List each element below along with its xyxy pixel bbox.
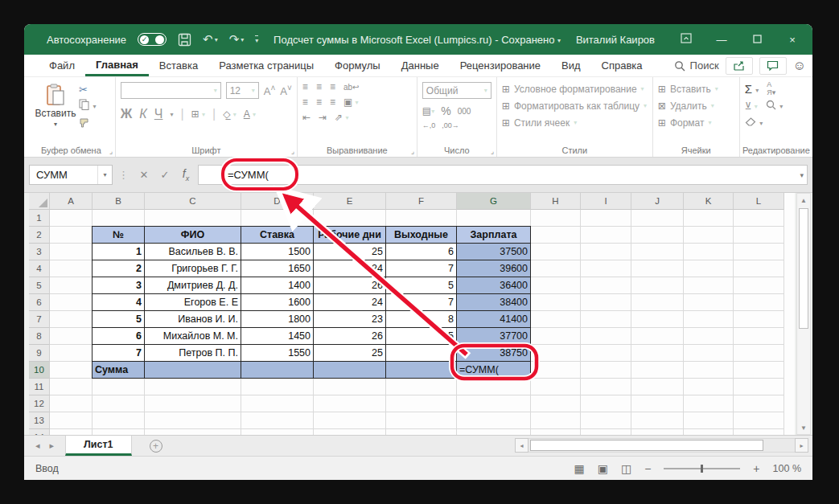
cell-C8[interactable]: Михайлов М. М. <box>144 327 241 345</box>
cell-D14[interactable] <box>241 429 314 435</box>
cell-B13[interactable] <box>93 412 145 429</box>
cell-F6[interactable]: 7 <box>385 293 457 311</box>
cell-D12[interactable] <box>241 395 314 412</box>
row-header-11[interactable]: 11 <box>29 379 50 395</box>
cell-G4[interactable]: 39600 <box>456 260 531 277</box>
cell-G12[interactable] <box>457 395 531 412</box>
tab-данные[interactable]: Данные <box>391 55 450 76</box>
row-header-3[interactable]: 3 <box>29 244 50 260</box>
cell-C3[interactable]: Васильев В. В. <box>144 243 241 260</box>
paste-button[interactable]: Вставить ▾ <box>32 80 79 131</box>
find-select-button[interactable]: ▾ <box>766 99 783 113</box>
row-header-1[interactable]: 1 <box>29 210 50 227</box>
cell-A6[interactable] <box>50 294 93 311</box>
scroll-up-icon[interactable]: ▲ <box>797 194 810 207</box>
cell-D10[interactable] <box>241 361 314 379</box>
maximize-button[interactable] <box>745 34 769 46</box>
cell-D5[interactable]: 1400 <box>241 277 314 294</box>
cell-H2[interactable] <box>531 227 581 244</box>
cell-G14[interactable] <box>457 429 531 435</box>
cell-G10[interactable]: =СУММ( <box>456 361 531 379</box>
user-name[interactable]: Виталий Каиров <box>576 34 655 46</box>
previous-sheet-icon[interactable]: ◂ <box>35 440 40 451</box>
cell-H4[interactable] <box>531 260 581 277</box>
row-header-8[interactable]: 8 <box>29 328 50 345</box>
cell-B12[interactable] <box>93 395 145 412</box>
cell-A10[interactable] <box>50 362 93 379</box>
increase-indent-icon[interactable]: ⇥ <box>319 112 327 123</box>
cell-J3[interactable] <box>631 244 684 260</box>
formula-input[interactable]: =СУММ( ▾ <box>198 165 808 185</box>
zoom-slider[interactable] <box>664 468 740 469</box>
align-middle-icon[interactable]: ≡ <box>316 81 322 92</box>
cell-B9[interactable]: 7 <box>92 344 145 362</box>
cell-H8[interactable] <box>531 328 581 345</box>
cell-D8[interactable]: 1450 <box>241 327 314 345</box>
cell-D6[interactable]: 1600 <box>241 293 314 311</box>
conditional-formatting-button[interactable]: ⊞ Условное форматирование▾ <box>502 80 648 97</box>
cell-J14[interactable] <box>631 429 684 435</box>
cell-A7[interactable] <box>50 311 93 328</box>
cell-E7[interactable]: 23 <box>313 310 386 328</box>
column-header-H[interactable]: H <box>531 193 581 210</box>
cell-G3[interactable]: 37500 <box>456 243 531 260</box>
cell-B3[interactable]: 1 <box>92 243 145 260</box>
cell-E14[interactable] <box>314 429 386 435</box>
cell-L13[interactable] <box>734 412 784 429</box>
align-left-icon[interactable]: ≡ <box>302 96 308 108</box>
cell-H11[interactable] <box>531 379 581 395</box>
cell-C12[interactable] <box>145 395 241 412</box>
dialog-launcher-icon[interactable]: ⌟ <box>411 147 414 155</box>
cell-L3[interactable] <box>734 244 784 260</box>
align-right-icon[interactable]: ≡ <box>330 96 335 108</box>
underline-button[interactable]: Ч <box>154 107 163 121</box>
cell-K9[interactable] <box>684 345 734 362</box>
cancel-entry-button[interactable]: ✕ <box>135 169 153 181</box>
cell-G7[interactable]: 41400 <box>456 310 531 328</box>
chevron-down-icon[interactable]: ▾ <box>557 37 561 44</box>
dialog-launcher-icon[interactable]: ⌟ <box>109 147 113 155</box>
cell-B6[interactable]: 4 <box>92 293 145 311</box>
cell-L10[interactable] <box>734 362 784 379</box>
tab-формулы[interactable]: Формулы <box>324 55 391 76</box>
sort-filter-button[interactable]: АЯ▾ <box>767 80 775 96</box>
cell-K3[interactable] <box>684 244 734 260</box>
cell-C14[interactable] <box>145 429 241 435</box>
insert-function-button[interactable]: fx <box>177 167 195 182</box>
cell-I10[interactable] <box>581 362 631 379</box>
cell-H6[interactable] <box>531 294 581 311</box>
align-bottom-icon[interactable]: ≡ <box>330 81 335 92</box>
row-header-5[interactable]: 5 <box>29 277 50 294</box>
vertical-scroll-thumb[interactable] <box>799 208 808 329</box>
cell-F13[interactable] <box>386 412 457 429</box>
decrease-indent-icon[interactable]: ⇤ <box>302 112 311 123</box>
cell-I12[interactable] <box>581 395 631 412</box>
cell-J10[interactable] <box>631 362 684 379</box>
dialog-launcher-icon[interactable]: ⌟ <box>291 147 294 155</box>
cell-J5[interactable] <box>631 277 684 294</box>
cell-A5[interactable] <box>50 277 93 294</box>
enter-entry-button[interactable]: ✓ <box>156 169 174 181</box>
cell-A9[interactable] <box>50 345 93 362</box>
cell-G6[interactable]: 38400 <box>456 293 531 311</box>
ribbon-display-options-button[interactable] <box>674 33 698 46</box>
insert-cells-button[interactable]: ⊞ Вставить▾ <box>658 80 734 97</box>
cell-A11[interactable] <box>50 379 93 395</box>
font-name-select[interactable]: ▾ <box>121 82 221 99</box>
page-break-view-icon[interactable]: ◫ <box>621 462 631 475</box>
cell-H5[interactable] <box>531 277 581 294</box>
horizontal-scrollbar[interactable]: ◂ ▸ <box>515 438 808 453</box>
accounting-format-icon[interactable]: ▤▾ <box>422 105 434 117</box>
cell-C13[interactable] <box>145 412 241 429</box>
cell-C1[interactable] <box>145 210 241 227</box>
cell-K6[interactable] <box>684 294 734 311</box>
cell-A14[interactable] <box>50 429 93 435</box>
cell-F9[interactable] <box>385 344 457 362</box>
cell-E2[interactable]: Рабочие дни <box>313 226 386 244</box>
autosave-toggle[interactable]: ✓ <box>138 33 167 46</box>
clear-button[interactable]: ▾ <box>745 116 763 130</box>
bold-button[interactable]: Ж <box>121 107 132 121</box>
cell-L9[interactable] <box>734 345 784 362</box>
cell-H12[interactable] <box>531 395 581 412</box>
cell-C10[interactable] <box>144 361 241 379</box>
